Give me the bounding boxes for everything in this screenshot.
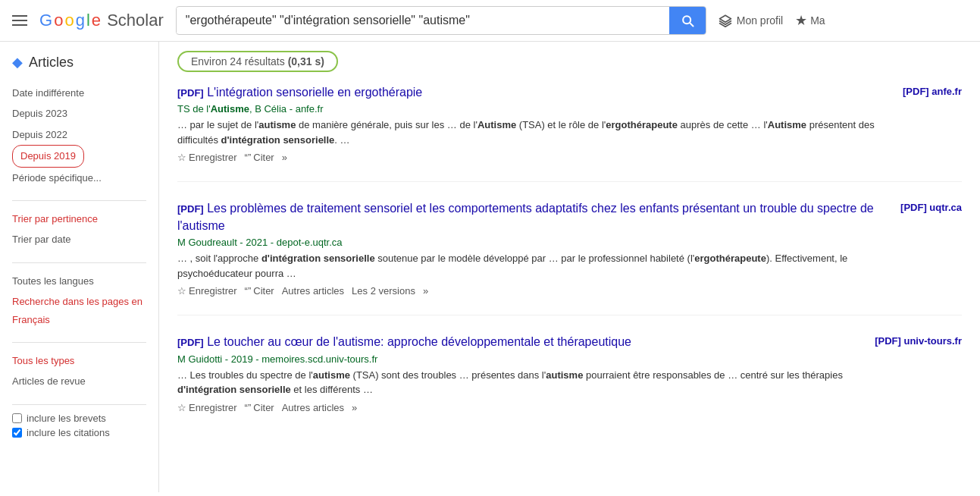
header: Google Scholar "ergothérapeute" "d'intég… <box>0 0 980 42</box>
other-articles-btn-3[interactable]: Autres articles <box>282 402 344 413</box>
result-divider-1 <box>177 181 962 182</box>
main-layout: ◆ Articles Date indifférente Depuis 2023… <box>0 42 980 492</box>
search-icon <box>680 13 695 28</box>
save-label-2: Enregistrer <box>189 285 237 297</box>
filter-date-any[interactable]: Date indifférente <box>12 83 146 103</box>
logo: Google Scholar <box>39 11 164 30</box>
results-text: Environ 24 résultats <box>191 55 285 67</box>
checkbox-citations[interactable] <box>12 428 22 438</box>
search-button[interactable] <box>669 7 706 34</box>
versions-btn-2[interactable]: Les 2 versions <box>352 285 415 297</box>
menu-button[interactable] <box>12 15 27 26</box>
divider-1 <box>12 200 146 201</box>
date-filters: Date indifférente Depuis 2023 Depuis 202… <box>12 83 146 188</box>
star-icon: ★ <box>795 12 807 29</box>
sidebar-section-label: Articles <box>29 55 74 71</box>
result-title-text-1: L'intégration sensorielle en ergothérapi… <box>207 86 422 99</box>
result-meta-1: TS de l'Autisme, B Célia - anfe.fr <box>177 103 891 115</box>
result-pdf-link-1[interactable]: [PDF] anfe.fr <box>903 84 962 163</box>
result-meta-3: M Guidotti - 2019 - memoires.scd.univ-to… <box>177 353 863 365</box>
result-divider-2 <box>177 315 962 315</box>
cite-btn-2[interactable]: “” Citer <box>245 285 274 297</box>
result-item-1: [PDF] L'intégration sensorielle en ergot… <box>177 84 962 163</box>
checkbox-patents[interactable] <box>12 413 22 423</box>
divider-2 <box>12 262 146 263</box>
result-actions-2: ☆ Enregistrer “” Citer Autres articles L… <box>177 285 888 297</box>
checkbox-citations-label: inclure les citations <box>27 427 110 438</box>
filter-date-specific[interactable]: Période spécifique... <box>12 168 146 188</box>
result-title-3[interactable]: [PDF] Le toucher au cœur de l'autisme: a… <box>177 334 863 350</box>
sort-date[interactable]: Trier par date <box>12 229 146 250</box>
lang-french[interactable]: Recherche dans les pages en Français <box>12 291 146 330</box>
header-right: Mon profil ★ Ma <box>719 12 825 29</box>
chevron-icon-2: » <box>423 285 428 297</box>
result-pdf-link-2[interactable]: [PDF] uqtr.ca <box>900 200 962 297</box>
ma-link[interactable]: ★ Ma <box>795 12 825 29</box>
language-filters: Toutes les langues Recherche dans les pa… <box>12 271 146 330</box>
cite-btn-3[interactable]: “” Citer <box>245 402 274 413</box>
quote-icon-1: “” <box>245 152 252 163</box>
results-count: Environ 24 résultats (0,31 s) <box>177 51 338 72</box>
sidebar-articles-section: ◆ Articles <box>12 54 146 71</box>
checkbox-citations-row: inclure les citations <box>12 427 146 438</box>
type-all[interactable]: Tous les types <box>12 350 146 371</box>
result-title-text-2: Les problèmes de traitement sensoriel et… <box>177 202 874 231</box>
divider-4 <box>12 404 146 405</box>
pdf-tag-2: [PDF] <box>177 203 204 215</box>
result-title-1[interactable]: [PDF] L'intégration sensorielle en ergot… <box>177 84 891 101</box>
sort-filters: Trier par pertinence Trier par date <box>12 209 146 250</box>
cite-label-1: Citer <box>253 152 274 163</box>
filter-date-2023[interactable]: Depuis 2023 <box>12 103 146 124</box>
logo-o2: o <box>64 11 74 30</box>
result-title-2[interactable]: [PDF] Les problèmes de traitement sensor… <box>177 200 888 234</box>
logo-g: G <box>39 11 52 30</box>
graduation-cap-icon <box>719 14 732 27</box>
sidebar-title: ◆ Articles <box>12 54 146 71</box>
quote-icon-2: “” <box>245 285 252 297</box>
star-icon-1: ☆ <box>177 152 186 163</box>
save-label-1: Enregistrer <box>189 152 237 163</box>
type-filters: Tous les types Articles de revue <box>12 350 146 392</box>
filter-date-2019[interactable]: Depuis 2019 <box>12 145 84 167</box>
result-main-1: [PDF] L'intégration sensorielle en ergot… <box>177 84 891 163</box>
other-articles-label-2: Autres articles <box>282 285 344 297</box>
other-articles-btn-2[interactable]: Autres articles <box>282 285 344 297</box>
profile-label: Mon profil <box>737 14 783 27</box>
save-btn-3[interactable]: ☆ Enregistrer <box>177 402 237 413</box>
result-actions-3: ☆ Enregistrer “” Citer Autres articles » <box>177 402 863 413</box>
versions-label-2: Les 2 versions <box>352 285 415 297</box>
result-meta-2: M Goudreault - 2021 - depot-e.uqtr.ca <box>177 237 888 248</box>
search-input[interactable]: "ergothérapeute" "d'intégration sensorie… <box>177 8 669 33</box>
sort-relevance[interactable]: Trier par pertinence <box>12 209 146 229</box>
save-btn-1[interactable]: ☆ Enregistrer <box>177 152 237 163</box>
more-btn-2[interactable]: » <box>423 285 428 297</box>
type-journal[interactable]: Articles de revue <box>12 371 146 391</box>
more-btn-1[interactable]: » <box>282 152 287 163</box>
result-snippet-1: … par le sujet de l'autisme de manière g… <box>177 118 891 147</box>
result-pdf-link-3[interactable]: [PDF] univ-tours.fr <box>875 334 962 413</box>
logo-o1: o <box>54 11 63 30</box>
ma-label: Ma <box>810 14 825 27</box>
logo-l: l <box>86 11 90 30</box>
pdf-tag-3: [PDF] <box>177 337 204 348</box>
profile-link[interactable]: Mon profil <box>719 14 783 27</box>
result-main-3: [PDF] Le toucher au cœur de l'autisme: a… <box>177 334 863 413</box>
sidebar: ◆ Articles Date indifférente Depuis 2023… <box>0 42 159 492</box>
filter-date-2022[interactable]: Depuis 2022 <box>12 124 146 145</box>
cite-label-2: Citer <box>253 285 274 297</box>
logo-scholar: Scholar <box>102 11 164 30</box>
result-snippet-2: … , soit l'approche d'intégration sensor… <box>177 251 888 281</box>
result-actions-1: ☆ Enregistrer “” Citer » <box>177 152 891 163</box>
more-btn-3[interactable]: » <box>352 402 357 413</box>
save-btn-2[interactable]: ☆ Enregistrer <box>177 285 237 297</box>
save-label-3: Enregistrer <box>189 402 237 413</box>
chevron-icon-3: » <box>352 402 357 413</box>
diamond-icon: ◆ <box>12 54 23 71</box>
cite-btn-1[interactable]: “” Citer <box>245 152 274 163</box>
search-bar: "ergothérapeute" "d'intégration sensorie… <box>176 6 706 35</box>
result-snippet-3: … Les troubles du spectre de l'autisme (… <box>177 368 863 397</box>
logo-g2: g <box>76 11 85 30</box>
result-item-2: [PDF] Les problèmes de traitement sensor… <box>177 200 962 297</box>
chevron-icon-1: » <box>282 152 287 163</box>
lang-all[interactable]: Toutes les langues <box>12 271 146 291</box>
